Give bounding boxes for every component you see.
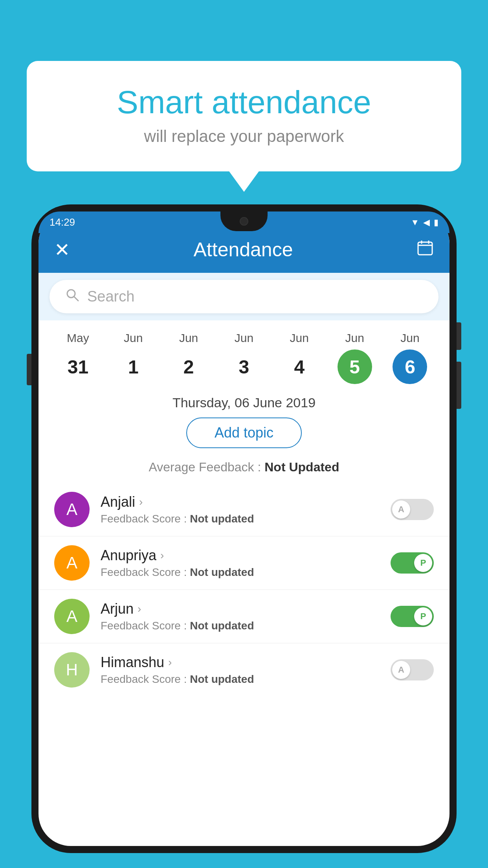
student-feedback-1: Feedback Score : Not updated bbox=[101, 566, 380, 579]
student-info-0: Anjali ›Feedback Score : Not updated bbox=[101, 494, 380, 525]
phone-frame: 14:29 ▼ ◀ ▮ ✕ Attendance bbox=[31, 204, 457, 868]
bubble-title: Smart attendance bbox=[58, 85, 430, 120]
cal-month-2: Jun bbox=[179, 331, 198, 345]
phone-notch bbox=[220, 211, 268, 231]
speech-bubble-container: Smart attendance will replace your paper… bbox=[27, 61, 461, 171]
side-button-right-top bbox=[457, 322, 461, 350]
phone-screen: ✕ Attendance bbox=[39, 211, 449, 846]
app-title: Attendance bbox=[194, 238, 293, 261]
toggle-on-1[interactable]: P bbox=[391, 552, 434, 574]
student-name-3[interactable]: Himanshu › bbox=[101, 654, 380, 671]
calendar-day-0[interactable]: May31 bbox=[61, 331, 95, 384]
speech-bubble: Smart attendance will replace your paper… bbox=[27, 61, 461, 171]
avg-feedback-label: Average Feedback : bbox=[149, 460, 265, 474]
cal-num-1: 1 bbox=[116, 349, 150, 384]
student-avatar-2: A bbox=[54, 599, 90, 634]
search-placeholder: Search bbox=[87, 288, 134, 305]
cal-num-2: 2 bbox=[171, 349, 206, 384]
average-feedback: Average Feedback : Not Updated bbox=[39, 456, 449, 483]
calendar-day-6[interactable]: Jun6 bbox=[393, 331, 427, 384]
calendar-strip: May31Jun1Jun2Jun3Jun4Jun5Jun6 bbox=[39, 320, 449, 388]
calendar-day-5[interactable]: Jun5 bbox=[338, 331, 372, 384]
student-avatar-3: H bbox=[54, 652, 90, 688]
chevron-icon-1: › bbox=[160, 549, 164, 562]
signal-icon: ◀ bbox=[423, 217, 430, 228]
side-button-left bbox=[27, 354, 31, 385]
student-name-2[interactable]: Arjun › bbox=[101, 601, 380, 617]
student-info-1: Anupriya ›Feedback Score : Not updated bbox=[101, 547, 380, 579]
student-feedback-2: Feedback Score : Not updated bbox=[101, 620, 380, 632]
student-row-2: AArjun ›Feedback Score : Not updatedP bbox=[39, 590, 449, 643]
student-feedback-0: Feedback Score : Not updated bbox=[101, 513, 380, 525]
toggle-on-2[interactable]: P bbox=[391, 606, 434, 627]
status-icons: ▼ ◀ ▮ bbox=[411, 217, 438, 228]
phone-outer: 14:29 ▼ ◀ ▮ ✕ Attendance bbox=[31, 204, 457, 853]
selected-date-label: Thursday, 06 June 2019 bbox=[39, 388, 449, 414]
calendar-day-2[interactable]: Jun2 bbox=[171, 331, 206, 384]
svg-rect-0 bbox=[418, 242, 432, 255]
wifi-icon: ▼ bbox=[411, 217, 419, 228]
chevron-icon-2: › bbox=[138, 603, 141, 615]
chevron-icon-3: › bbox=[168, 656, 172, 669]
camera bbox=[240, 217, 248, 226]
cal-num-3: 3 bbox=[227, 349, 261, 384]
calendar-day-4[interactable]: Jun4 bbox=[282, 331, 317, 384]
calendar-day-1[interactable]: Jun1 bbox=[116, 331, 150, 384]
svg-line-5 bbox=[74, 297, 78, 301]
cal-month-3: Jun bbox=[235, 331, 253, 345]
search-icon bbox=[65, 288, 79, 305]
add-topic-container: Add topic bbox=[39, 414, 449, 456]
student-avatar-0: A bbox=[54, 492, 90, 527]
battery-icon: ▮ bbox=[434, 217, 438, 228]
student-info-3: Himanshu ›Feedback Score : Not updated bbox=[101, 654, 380, 686]
cal-month-4: Jun bbox=[290, 331, 309, 345]
chevron-icon-0: › bbox=[139, 496, 143, 508]
close-button[interactable]: ✕ bbox=[54, 239, 70, 261]
calendar-icon[interactable] bbox=[416, 239, 434, 260]
student-row-1: AAnupriya ›Feedback Score : Not updatedP bbox=[39, 537, 449, 589]
cal-num-4: 4 bbox=[282, 349, 317, 384]
cal-month-5: Jun bbox=[345, 331, 364, 345]
student-row-3: HHimanshu ›Feedback Score : Not updatedA bbox=[39, 644, 449, 696]
cal-num-6: 6 bbox=[393, 349, 427, 384]
status-time: 14:29 bbox=[50, 216, 75, 228]
student-info-2: Arjun ›Feedback Score : Not updated bbox=[101, 601, 380, 632]
cal-num-5: 5 bbox=[338, 349, 372, 384]
student-name-1[interactable]: Anupriya › bbox=[101, 547, 380, 564]
cal-month-1: Jun bbox=[124, 331, 143, 345]
cal-month-6: Jun bbox=[400, 331, 419, 345]
search-bar[interactable]: Search bbox=[50, 280, 438, 313]
bubble-subtitle: will replace your paperwork bbox=[58, 127, 430, 146]
student-name-0[interactable]: Anjali › bbox=[101, 494, 380, 510]
toggle-off-3[interactable]: A bbox=[391, 659, 434, 680]
side-button-right-mid bbox=[457, 362, 461, 409]
student-avatar-1: A bbox=[54, 545, 90, 581]
toggle-off-0[interactable]: A bbox=[391, 499, 434, 520]
students-list: AAnjali ›Feedback Score : Not updatedAAA… bbox=[39, 483, 449, 696]
search-bar-container: Search bbox=[39, 273, 449, 320]
calendar-day-3[interactable]: Jun3 bbox=[227, 331, 261, 384]
add-topic-button[interactable]: Add topic bbox=[186, 417, 302, 448]
cal-month-0: May bbox=[67, 331, 89, 345]
student-feedback-3: Feedback Score : Not updated bbox=[101, 673, 380, 686]
cal-num-0: 31 bbox=[61, 349, 95, 384]
avg-feedback-value: Not Updated bbox=[264, 460, 339, 474]
student-row-0: AAnjali ›Feedback Score : Not updatedA bbox=[39, 483, 449, 536]
